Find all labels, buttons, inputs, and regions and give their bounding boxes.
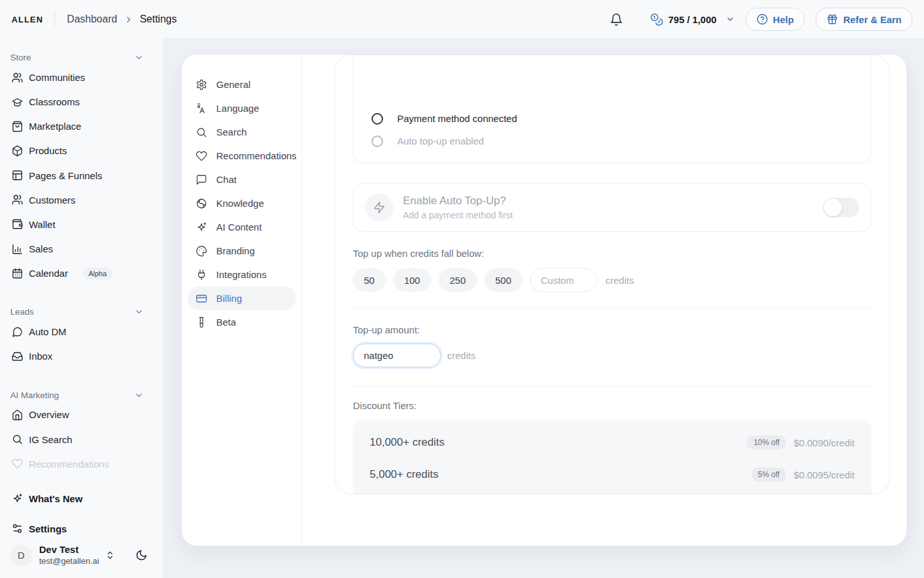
- divider: [353, 308, 871, 308]
- enable-auto-topup-card: Enable Auto Top-Up? Add a payment method…: [353, 183, 871, 232]
- tab-label: Billing: [216, 293, 242, 304]
- sidebar-item-products[interactable]: Products: [10, 139, 153, 163]
- tier-price: $0.0090/credit: [794, 437, 855, 448]
- moon-icon[interactable]: [135, 549, 148, 561]
- sidebar-item-ig-search[interactable]: IG Search: [10, 427, 153, 451]
- breadcrumb-settings[interactable]: Settings: [140, 13, 177, 25]
- wallet-icon: [12, 218, 23, 230]
- settings-tab-beta[interactable]: Beta: [187, 310, 296, 334]
- sidebar-item-inbox[interactable]: Inbox: [10, 344, 153, 369]
- sidebar-item-settings[interactable]: Settings: [10, 514, 153, 544]
- settings-tab-language[interactable]: Language: [187, 96, 296, 120]
- sidebar-item-pages-funnels[interactable]: Pages & Funnels: [10, 163, 153, 188]
- settings-tab-billing[interactable]: Billing: [187, 286, 296, 310]
- heart-icon: [12, 458, 23, 469]
- sidebar-item-calendar[interactable]: Calendar Alpha: [10, 261, 153, 286]
- tab-label: Beta: [216, 317, 236, 328]
- discount-tiers-card: 10,000+ credits 10% off $0.0090/credit 5…: [353, 419, 871, 495]
- sidebar-section-ai-marketing[interactable]: AI Marketing: [10, 387, 153, 402]
- lightning-icon: [365, 193, 393, 222]
- plug-icon: [196, 269, 207, 281]
- threshold-options: 50 100 250 500 credits: [353, 268, 871, 292]
- search-icon: [12, 434, 23, 445]
- settings-tab-ai-content[interactable]: AI Content: [187, 215, 296, 239]
- breadcrumb-dashboard[interactable]: Dashboard: [67, 13, 117, 25]
- sidebar-item-whats-new[interactable]: What's New: [10, 484, 153, 514]
- avatar: D: [10, 545, 32, 566]
- sidebar-section-leads[interactable]: Leads: [10, 304, 153, 319]
- sparkles-icon: [12, 493, 23, 505]
- settings-tab-general[interactable]: General: [187, 73, 296, 96]
- topbar-right: 795 / 1,000 Help Refer & Earn: [610, 8, 912, 31]
- topup-amount-input[interactable]: [353, 344, 441, 367]
- billing-content-area: Payment method connected Auto top-up ena…: [302, 55, 907, 546]
- section-label: AI Marketing: [10, 390, 59, 400]
- refer-earn-button[interactable]: Refer & Earn: [816, 8, 912, 31]
- bar-chart-icon: [12, 243, 23, 255]
- credits-count: 795 / 1,000: [669, 14, 717, 25]
- item-label: Overview: [29, 409, 69, 420]
- item-label: Calendar: [29, 268, 68, 279]
- settings-tab-search[interactable]: Search: [187, 120, 296, 144]
- credits-menu[interactable]: 795 / 1,000: [650, 13, 735, 26]
- tab-label: Knowledge: [216, 198, 264, 209]
- app-root: ALLEN Dashboard Settings 795 / 1,000: [0, 0, 924, 578]
- sidebar-item-customers[interactable]: Customers: [10, 188, 153, 212]
- brain-icon: [196, 198, 207, 209]
- auto-topup-toggle[interactable]: [823, 198, 859, 217]
- threshold-custom-input[interactable]: [530, 268, 597, 292]
- sidebar-item-overview[interactable]: Overview: [10, 403, 153, 427]
- gear-icon: [196, 79, 207, 91]
- sidebar-item-recommendations: Recommendations: [10, 451, 153, 476]
- notifications-button[interactable]: [610, 13, 623, 26]
- billing-scroll-panel[interactable]: Payment method connected Auto top-up ena…: [334, 55, 890, 495]
- tab-label: Chat: [216, 174, 237, 185]
- sidebar-section-store[interactable]: Store: [10, 50, 153, 65]
- chevron-down-icon: [726, 15, 735, 24]
- users-icon: [12, 72, 23, 83]
- sidebar-item-marketplace[interactable]: Marketplace: [10, 114, 153, 139]
- status-circle-icon: [372, 113, 383, 125]
- alpha-badge: Alpha: [83, 268, 112, 279]
- divider: [55, 12, 55, 27]
- threshold-chip-50[interactable]: 50: [353, 268, 386, 292]
- settings-tab-chat[interactable]: Chat: [187, 168, 296, 191]
- sliders-icon: [12, 523, 23, 534]
- sidebar-item-sales[interactable]: Sales: [10, 236, 153, 261]
- chevrons-up-down-icon[interactable]: [105, 550, 115, 560]
- tier-discount-badge: 10% off: [747, 435, 785, 450]
- threshold-chip-500[interactable]: 500: [484, 268, 522, 292]
- sidebar-item-auto-dm[interactable]: Auto DM: [10, 320, 153, 344]
- gift-icon: [826, 13, 838, 25]
- sidebar-item-communities[interactable]: Communities: [10, 65, 153, 89]
- settings-tab-recommendations[interactable]: Recommendations: [187, 144, 296, 168]
- settings-tab-integrations[interactable]: Integrations: [187, 263, 296, 286]
- threshold-chip-100[interactable]: 100: [393, 268, 431, 292]
- item-label: Products: [29, 145, 67, 156]
- shopping-bag-icon: [12, 121, 23, 132]
- item-label: Sales: [29, 243, 53, 254]
- enable-auto-topup-subtitle: Add a payment method first: [403, 209, 513, 221]
- threshold-chip-250[interactable]: 250: [439, 268, 477, 292]
- palette-icon: [196, 245, 207, 257]
- sidebar-item-wallet[interactable]: Wallet: [10, 212, 153, 236]
- tab-label: Language: [216, 103, 259, 114]
- item-label: Settings: [29, 523, 67, 534]
- divider: [353, 386, 871, 387]
- status-label: Payment method connected: [397, 113, 517, 124]
- tier-row: Under 5,000 credits $0.0100/credit: [370, 491, 855, 495]
- test-tube-icon: [196, 317, 207, 328]
- tier-discount-badge: 5% off: [751, 468, 786, 482]
- threshold-unit-label: credits: [606, 275, 634, 286]
- help-button[interactable]: Help: [746, 8, 805, 31]
- item-label: Inbox: [29, 351, 53, 362]
- user-menu[interactable]: D Dev Test test@getallen.ai: [10, 544, 153, 570]
- status-label: Auto top-up enabled: [397, 136, 484, 146]
- settings-tab-branding[interactable]: Branding: [187, 239, 296, 263]
- calendar-icon: [12, 268, 23, 279]
- item-label: What's New: [29, 493, 83, 504]
- settings-tab-knowledge[interactable]: Knowledge: [187, 191, 296, 215]
- status-card: Payment method connected Auto top-up ena…: [353, 55, 871, 163]
- sidebar-item-classrooms[interactable]: Classrooms: [10, 90, 153, 114]
- heart-icon: [196, 150, 207, 162]
